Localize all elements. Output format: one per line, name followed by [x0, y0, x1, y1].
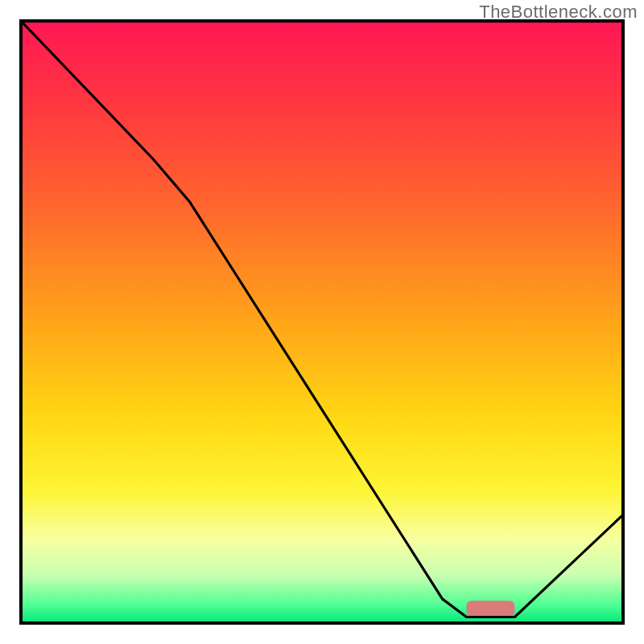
- chart-stage: TheBottleneck.com: [0, 0, 644, 644]
- plot-background-gradient: [21, 21, 623, 623]
- optimum-marker-bar: [467, 601, 515, 616]
- bottleneck-chart: [0, 0, 644, 644]
